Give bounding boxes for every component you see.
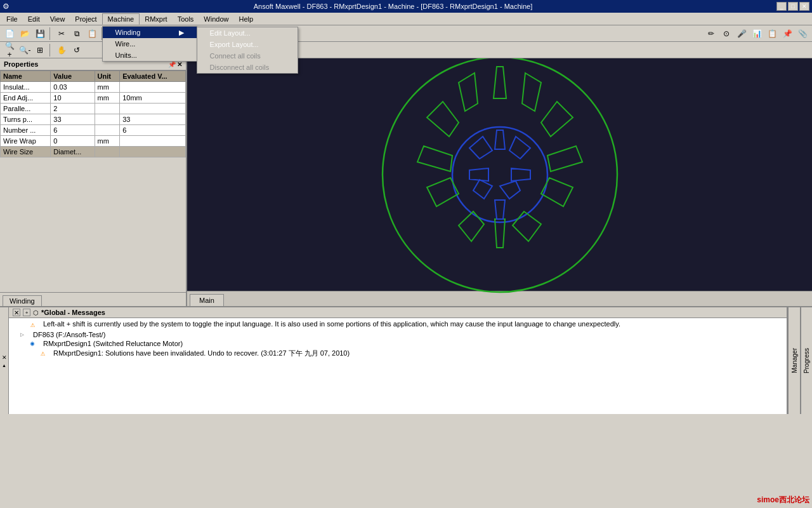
messages-close-x[interactable]: ✕ bbox=[13, 309, 20, 316]
msg-text: RMxprtDesign1: Solutions have been inval… bbox=[53, 349, 350, 358]
main-layout: Properties 📌 ✕ Name Value Unit Evaluated… bbox=[0, 58, 812, 306]
titlebar-controls: _ □ ✕ bbox=[776, 2, 809, 11]
svg-marker-14 bbox=[495, 130, 505, 149]
tb-icon7[interactable]: 📎 bbox=[796, 27, 809, 41]
prop-value[interactable]: 0.03 bbox=[51, 82, 95, 93]
prop-evaluated bbox=[120, 136, 186, 147]
maximize-button[interactable]: □ bbox=[788, 2, 798, 11]
menu-machine-winding[interactable]: Winding Edit Layout... Export Layout... … bbox=[103, 27, 197, 38]
menu-machine[interactable]: Machine bbox=[102, 13, 140, 25]
motor-diagram bbox=[373, 58, 627, 302]
winding-submenu: Edit Layout... Export Layout... Connect … bbox=[197, 27, 298, 74]
prop-value[interactable]: 6 bbox=[51, 125, 95, 136]
table-row: Wire Size Diamet... bbox=[1, 147, 186, 157]
svg-marker-2 bbox=[494, 67, 506, 98]
rotate-btn[interactable]: ↺ bbox=[70, 43, 84, 57]
right-toolbar: ✏ ⊙ 🎤 📊 📋 📌 📎 bbox=[704, 27, 809, 41]
msg-icon: ◉ bbox=[30, 340, 41, 347]
tb-icon5[interactable]: 📋 bbox=[765, 27, 779, 41]
msg-icon: ▷ bbox=[20, 331, 30, 338]
prop-evaluated bbox=[120, 147, 186, 157]
table-row: Paralle... 2 bbox=[1, 104, 186, 114]
tb-icon3[interactable]: 🎤 bbox=[735, 27, 749, 41]
prop-value[interactable]: 0 bbox=[51, 136, 95, 147]
properties-panel: Properties 📌 ✕ Name Value Unit Evaluated… bbox=[0, 58, 187, 306]
prop-name: Insulat... bbox=[1, 82, 51, 93]
zoom-out-btn[interactable]: 🔍- bbox=[18, 43, 32, 57]
menu-edit[interactable]: Edit bbox=[23, 14, 45, 24]
msg-text: DF863 (F:/Ansoft-Test/) bbox=[33, 331, 105, 338]
prop-value[interactable]: Diamet... bbox=[51, 147, 95, 157]
paste-btn[interactable]: 📋 bbox=[85, 27, 99, 41]
menu-view[interactable]: View bbox=[45, 14, 70, 24]
menu-file[interactable]: File bbox=[1, 14, 23, 24]
msg-icon: ⚠ bbox=[41, 349, 51, 358]
svg-marker-8 bbox=[495, 219, 505, 248]
table-row: Insulat... 0.03 mm bbox=[1, 82, 186, 93]
col-evaluated: Evaluated V... bbox=[120, 71, 186, 82]
tb-icon6[interactable]: 📌 bbox=[780, 27, 794, 41]
prop-value[interactable]: 33 bbox=[51, 114, 95, 125]
zoom-fit-btn[interactable]: ⊞ bbox=[33, 43, 47, 57]
svg-marker-12 bbox=[427, 102, 459, 137]
message-line: ⚠RMxprtDesign1: Solutions have been inva… bbox=[10, 348, 785, 359]
menu-rmxprt[interactable]: RMxprt bbox=[140, 14, 172, 24]
winding-tab-area: Winding bbox=[0, 292, 186, 306]
tb-icon4[interactable]: 📊 bbox=[750, 27, 764, 41]
messages-title: *Global - Messages bbox=[41, 309, 105, 316]
cut-btn[interactable]: ✂ bbox=[55, 27, 69, 41]
svg-point-1 bbox=[452, 127, 547, 222]
properties-title: Properties bbox=[4, 60, 38, 68]
zoom-in-btn[interactable]: 🔍+ bbox=[3, 43, 16, 57]
save-btn[interactable]: 💾 bbox=[33, 27, 47, 41]
svg-marker-3 bbox=[522, 73, 541, 111]
open-btn[interactable]: 📂 bbox=[18, 27, 32, 41]
svg-marker-10 bbox=[427, 178, 459, 206]
menu-tools[interactable]: Tools bbox=[173, 14, 199, 24]
props-close-btn[interactable]: ✕ bbox=[177, 61, 182, 68]
prop-name: Paralle... bbox=[1, 104, 51, 114]
prop-unit bbox=[95, 114, 120, 125]
svg-marker-9 bbox=[459, 211, 484, 241]
copy-btn[interactable]: ⧉ bbox=[70, 27, 84, 41]
svg-marker-15 bbox=[509, 137, 530, 159]
canvas-inner[interactable] bbox=[187, 58, 812, 291]
sep1 bbox=[49, 27, 52, 40]
prop-unit: mm bbox=[95, 93, 120, 104]
prop-name: Wire Wrap bbox=[1, 136, 51, 147]
close-button[interactable]: ✕ bbox=[799, 2, 809, 11]
props-pin-btn[interactable]: 📌 bbox=[168, 61, 176, 68]
menu-help[interactable]: Help bbox=[233, 14, 258, 24]
menu-window[interactable]: Window bbox=[199, 14, 233, 24]
menu-machine-units[interactable]: Units... bbox=[103, 50, 197, 61]
canvas-tab-main[interactable]: Main bbox=[190, 294, 224, 306]
menu-machine-wire[interactable]: Wire... bbox=[103, 38, 197, 50]
submenu-export-layout[interactable]: Export Layout... bbox=[197, 39, 298, 50]
prop-value[interactable]: 10 bbox=[51, 93, 95, 104]
messages-expand-btn[interactable]: + bbox=[23, 309, 30, 316]
submenu-connect-coils: Connect all coils bbox=[197, 50, 298, 62]
winding-tab[interactable]: Winding bbox=[3, 295, 42, 306]
table-row: Wire Wrap 0 mm bbox=[1, 136, 186, 147]
progress-label: Progress bbox=[803, 345, 810, 376]
msg-text: Left-alt + shift is currently used by th… bbox=[43, 320, 620, 328]
prop-evaluated bbox=[120, 104, 186, 114]
message-line: ⚠Left-alt + shift is currently used by t… bbox=[10, 319, 785, 330]
prop-unit bbox=[95, 147, 120, 157]
manager-label: Manager bbox=[791, 345, 798, 375]
new-btn[interactable]: 📄 bbox=[3, 27, 16, 41]
svg-marker-17 bbox=[500, 181, 520, 199]
tb-icon1[interactable]: ✏ bbox=[704, 27, 718, 41]
titlebar: ⚙ Ansoft Maxwell - DF863 - RMxprtDesign1… bbox=[0, 0, 812, 13]
messages-panel: ✕ + ⬡ *Global - Messages ⚠Left-alt + shi… bbox=[9, 307, 788, 414]
app-icon: ⚙ bbox=[3, 2, 10, 11]
menu-project[interactable]: Project bbox=[70, 14, 102, 24]
prop-value[interactable]: 2 bbox=[51, 104, 95, 114]
prop-name: End Adj... bbox=[1, 93, 51, 104]
tb-icon2[interactable]: ⊙ bbox=[719, 27, 733, 41]
table-row: Number ... 6 6 bbox=[1, 125, 186, 136]
pan-btn[interactable]: ✋ bbox=[55, 43, 69, 57]
submenu-edit-layout[interactable]: Edit Layout... bbox=[197, 27, 298, 39]
bottom-collapse-btn[interactable]: ✕ ▲ bbox=[0, 307, 9, 414]
minimize-button[interactable]: _ bbox=[776, 2, 787, 11]
